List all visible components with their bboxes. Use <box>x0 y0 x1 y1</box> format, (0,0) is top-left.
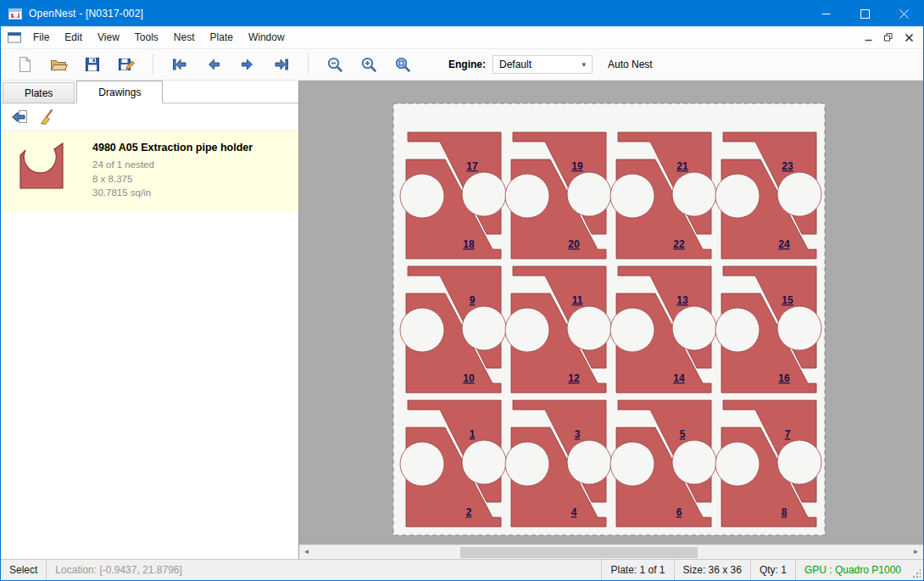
resize-grip[interactable] <box>910 560 923 580</box>
first-plate-icon <box>171 56 188 73</box>
part-number: 3 <box>575 428 581 440</box>
minimize-button[interactable] <box>806 1 845 26</box>
menu-item-plate[interactable]: Plate <box>203 26 241 48</box>
minimize-icon <box>821 9 831 19</box>
engine-select[interactable]: Default ▾ <box>493 55 593 74</box>
status-mode: Select <box>1 560 47 580</box>
open-folder-icon <box>50 56 68 73</box>
open-button[interactable] <box>44 51 73 78</box>
sidebar-toolbar <box>1 103 298 131</box>
zoom-in-button[interactable] <box>354 51 383 78</box>
zoom-out-button[interactable] <box>320 51 349 78</box>
part-cutout <box>400 308 444 352</box>
mdi-restore-icon <box>884 33 893 42</box>
zoom-fit-button[interactable] <box>388 51 417 78</box>
return-part-button[interactable] <box>7 106 31 128</box>
toolbar-separator <box>153 54 153 75</box>
close-button[interactable] <box>884 1 923 26</box>
part-cutout <box>400 174 444 218</box>
part-cutout <box>505 174 549 218</box>
mdi-restore-button[interactable] <box>878 28 899 47</box>
nav-last-button[interactable] <box>267 51 296 78</box>
part-number: 16 <box>778 372 790 384</box>
new-document-icon <box>16 56 33 73</box>
drawing-nested-count: 24 of 1 nested <box>92 158 253 172</box>
part-cutout <box>777 306 821 350</box>
part-cutout <box>400 442 444 486</box>
mdi-child-icon[interactable] <box>8 31 22 44</box>
part-cutout <box>462 306 506 350</box>
save-button[interactable] <box>78 51 107 78</box>
part-cutout <box>567 440 611 484</box>
save-as-button[interactable] <box>112 51 141 78</box>
part-cutout <box>567 172 611 216</box>
part-number: 10 <box>463 372 475 384</box>
part-cutout <box>567 306 611 350</box>
tab-drawings-label: Drawings <box>98 87 141 98</box>
menu-item-window[interactable]: Window <box>241 26 292 48</box>
part-cutout <box>777 440 821 484</box>
clear-nest-button[interactable] <box>35 106 58 128</box>
nav-next-button[interactable] <box>233 51 262 78</box>
menu-item-view[interactable]: View <box>90 26 127 48</box>
scroll-left-icon[interactable]: ◄ <box>299 545 314 559</box>
mdi-close-button[interactable] <box>899 28 919 47</box>
menu-item-edit[interactable]: Edit <box>57 26 90 48</box>
tab-plates-label: Plates <box>25 87 53 99</box>
new-button[interactable] <box>10 51 39 78</box>
arrow-left-document-icon <box>9 109 28 126</box>
window-title: OpenNest - [N0317-002] <box>29 8 143 20</box>
drawing-area: 30.7815 sq/in <box>92 186 253 200</box>
part-thumbnail-shape <box>20 143 63 188</box>
drawing-list-item[interactable]: 4980 A05 Extraction pipe holder 24 of 1 … <box>1 131 298 212</box>
drawing-title: 4980 A05 Extraction pipe holder <box>92 142 253 154</box>
next-plate-icon <box>239 56 256 73</box>
menu-item-tools[interactable]: Tools <box>127 26 166 48</box>
window-controls <box>806 1 923 26</box>
menu-bar: File Edit View Tools Nest Plate Window <box>1 26 923 49</box>
zoom-out-icon <box>326 56 343 73</box>
maximize-icon <box>860 9 870 19</box>
sidebar-tabstrip: Plates Drawings <box>1 81 298 103</box>
part-cutout <box>672 172 716 216</box>
part-cutout <box>715 308 760 352</box>
part-number: 1 <box>470 428 476 440</box>
part-number: 21 <box>676 160 688 172</box>
part-number: 23 <box>782 160 793 172</box>
auto-nest-button[interactable]: Auto Nest <box>608 59 653 70</box>
part-cutout <box>610 442 654 486</box>
main-toolbar: Engine: Default ▾ Auto Nest <box>1 49 923 81</box>
status-gpu: GPU : Quadro P1000 <box>795 560 910 580</box>
menu-item-nest[interactable]: Nest <box>166 26 203 48</box>
zoom-fit-icon <box>394 56 411 73</box>
toolbar-separator <box>308 54 309 75</box>
maximize-button[interactable] <box>845 1 884 26</box>
nest-canvas[interactable]: 171819202122232491011121314151612345678 … <box>299 81 923 559</box>
mdi-close-icon <box>905 34 913 42</box>
opennest-window: OpenNest - [N0317-002] File Edit View To… <box>0 0 924 581</box>
drawing-info: 4980 A05 Extraction pipe holder 24 of 1 … <box>92 142 253 200</box>
mdi-minimize-button[interactable] <box>858 28 878 47</box>
scrollbar-thumb[interactable] <box>460 547 698 558</box>
part-number: 7 <box>785 428 791 440</box>
engine-label: Engine: <box>448 59 486 70</box>
scroll-right-icon[interactable]: ► <box>909 545 923 559</box>
previous-plate-icon <box>205 56 222 73</box>
part-number: 12 <box>568 372 580 384</box>
part-number: 18 <box>463 238 475 250</box>
part-cutout <box>505 308 549 352</box>
plate-svg: 171819202122232491011121314151612345678 <box>392 103 826 536</box>
zoom-in-icon <box>360 56 377 73</box>
sidebar: Plates Drawings <box>1 81 299 559</box>
nav-prev-button[interactable] <box>199 51 228 78</box>
title-bar: OpenNest - [N0317-002] <box>1 1 923 26</box>
tab-drawings[interactable]: Drawings <box>76 81 163 103</box>
part-number: 20 <box>568 238 580 250</box>
horizontal-scrollbar[interactable]: ◄ ► <box>299 545 923 559</box>
tab-plates[interactable]: Plates <box>3 82 75 103</box>
menu-item-file[interactable]: File <box>25 26 57 48</box>
part-number: 15 <box>782 294 793 306</box>
part-cutout <box>462 440 506 484</box>
status-right: Plate: 1 of 1 Size: 36 x 36 Qty: 1 GPU :… <box>601 560 923 580</box>
nav-first-button[interactable] <box>165 51 194 78</box>
